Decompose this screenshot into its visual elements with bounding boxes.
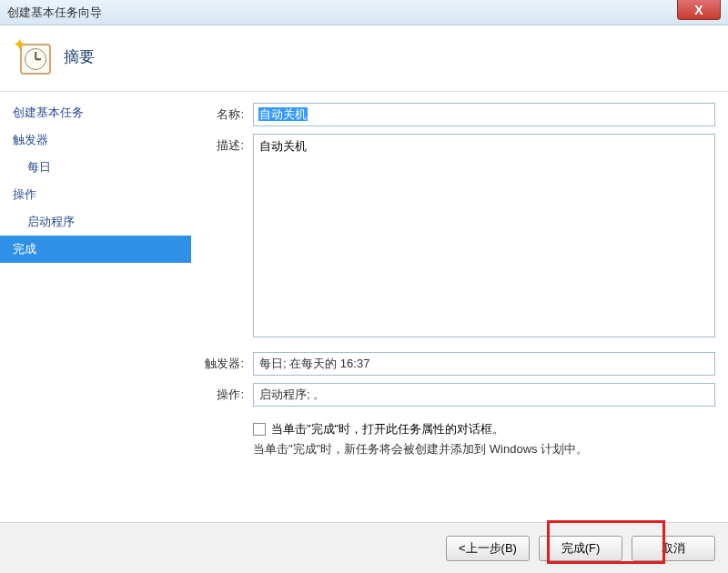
finish-button[interactable]: 完成(F) <box>539 536 622 561</box>
back-button[interactable]: <上一步(B) <box>446 536 530 561</box>
sidebar-item-trigger[interactable]: 触发器 <box>0 126 191 154</box>
description-value: 自动关机 <box>259 139 307 153</box>
description-textarea[interactable]: 自动关机 <box>253 134 715 337</box>
sidebar-item-action[interactable]: 操作 <box>0 181 191 208</box>
wizard-body: 创建基本任务 触发器 每日 操作 启动程序 完成 名称: 自动关机 描述: 自动… <box>0 92 728 522</box>
wizard-header: ✦ 摘要 <box>0 25 728 92</box>
wizard-window: 创建基本任务向导 X ✦ 摘要 创建基本任务 触发器 每日 操作 启动程序 完成 <box>0 0 728 573</box>
finish-note: 当单击"完成"时，新任务将会被创建并添加到 Windows 计划中。 <box>253 441 715 457</box>
sidebar-item-start-program[interactable]: 启动程序 <box>0 208 191 236</box>
window-title: 创建基本任务向导 <box>7 5 102 21</box>
description-label: 描述: <box>191 134 244 154</box>
cancel-button[interactable]: 取消 <box>632 536 715 561</box>
action-field: 启动程序; 。 <box>253 383 715 407</box>
titlebar: 创建基本任务向导 X <box>0 0 728 25</box>
trigger-value: 每日; 在每天的 16:37 <box>259 357 369 370</box>
open-properties-label: 当单击"完成"时，打开此任务属性的对话框。 <box>271 421 504 437</box>
name-input[interactable]: 自动关机 <box>253 103 715 126</box>
trigger-label: 触发器: <box>191 352 244 372</box>
sidebar-item-create-task[interactable]: 创建基本任务 <box>0 99 191 126</box>
close-button[interactable]: X <box>677 0 721 20</box>
task-wizard-icon: ✦ <box>15 38 51 75</box>
sidebar-item-finish[interactable]: 完成 <box>0 236 191 263</box>
open-properties-checkbox-row[interactable]: 当单击"完成"时，打开此任务属性的对话框。 <box>253 421 715 437</box>
open-properties-checkbox[interactable] <box>253 423 266 436</box>
name-value: 自动关机 <box>258 107 308 121</box>
page-title: 摘要 <box>64 46 95 67</box>
close-icon: X <box>694 3 703 17</box>
button-bar: <上一步(B) 完成(F) 取消 <box>0 522 728 573</box>
name-label: 名称: <box>191 103 244 123</box>
action-label: 操作: <box>191 383 244 403</box>
trigger-field: 每日; 在每天的 16:37 <box>253 352 715 376</box>
wizard-steps-sidebar: 创建基本任务 触发器 每日 操作 启动程序 完成 <box>0 92 191 522</box>
summary-panel: 名称: 自动关机 描述: 自动关机 触发器: 每日; 在每天的 16:37 操 <box>191 92 728 522</box>
action-value: 启动程序; 。 <box>259 387 325 401</box>
sidebar-item-daily[interactable]: 每日 <box>0 154 191 181</box>
